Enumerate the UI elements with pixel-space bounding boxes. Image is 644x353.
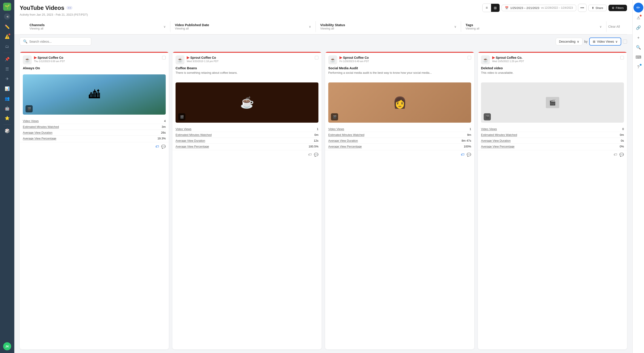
- right-link-icon[interactable]: 🔗: [634, 23, 643, 32]
- sidebar-item-compose[interactable]: ✏️: [3, 22, 12, 31]
- published-date-chevron-icon: ∨: [309, 25, 311, 28]
- channel-info-4: ▶ Sprout Coffee Co. Wed 10/5/2022 1:29 p…: [492, 55, 618, 62]
- video-desc-4: This video is unavailable.: [481, 71, 624, 79]
- right-help-icon[interactable]: ?: [634, 62, 643, 71]
- card-checkbox-2[interactable]: [315, 56, 318, 59]
- channel-date-2: Wed 3/20/2019 1:18 pm PDT: [187, 60, 312, 62]
- filter-row: Channels Viewing all ∨ Video Published D…: [20, 19, 627, 34]
- comment-icon-1[interactable]: 💬: [161, 145, 166, 149]
- card-header-2: ☕ ▶ Sprout Coffee Co Wed 3/20/2019 1:18 …: [172, 53, 322, 66]
- card-body-2: Coffee Beans There is something relaxing…: [172, 66, 322, 81]
- search-input[interactable]: [29, 40, 88, 43]
- filters-button[interactable]: ⚙ Filters: [608, 5, 627, 11]
- filter-channels-label: Channels: [30, 23, 45, 27]
- stat-minutes-watched-4: Estimated Minutes Watched 0m: [481, 132, 624, 138]
- card-stats-2: Video Views 1 Estimated Minutes Watched …: [172, 124, 322, 150]
- channel-name-2: ▶ Sprout Coffee Co: [187, 55, 312, 60]
- list-view-button[interactable]: ≡: [482, 4, 491, 12]
- channel-name-text-2: Sprout Coffee Co: [190, 56, 216, 59]
- sidebar-divider-2: [4, 124, 11, 125]
- sidebar-item-folder[interactable]: 🗂: [3, 42, 12, 51]
- channel-icon-3: ☕: [328, 55, 337, 64]
- sidebar-item-analytics[interactable]: 📊: [3, 84, 12, 93]
- card-checkbox-1[interactable]: [162, 56, 166, 59]
- sidebar-item-list[interactable]: ☰: [3, 64, 12, 73]
- filter-visibility-label: Visibility Status: [320, 23, 345, 27]
- filter-published-date[interactable]: Video Published Date Viewing all ∨: [170, 21, 316, 32]
- filter-channels[interactable]: Channels Viewing all ∨: [25, 21, 170, 32]
- sidebar-item-bot[interactable]: 🤖: [3, 104, 12, 113]
- video-views-value-4: 0: [622, 127, 624, 131]
- sidebar-divider-1: [4, 53, 11, 53]
- collapse-button[interactable]: ◀: [4, 13, 10, 20]
- user-avatar[interactable]: JK: [3, 342, 11, 350]
- minutes-watched-label-2: Estimated Minutes Watched: [176, 133, 212, 136]
- tag-icon-3[interactable]: 🏷: [461, 153, 464, 157]
- sort-order-dropdown[interactable]: Descending ∨: [556, 38, 582, 45]
- card-checkbox-4[interactable]: [620, 56, 624, 59]
- video-title-3: Social Media Audit: [328, 66, 471, 70]
- sidebar-item-send[interactable]: ✈: [3, 74, 12, 83]
- sort-row: 🔍 Descending ∨ by ⊞ Video Views ∨: [14, 35, 632, 48]
- right-add-icon[interactable]: ＋: [634, 33, 643, 42]
- right-search-icon[interactable]: 🔍: [634, 43, 643, 52]
- video-card-3: ☕ ▶ Sprout Coffee Co Fri 1/20/2023 6:49 …: [325, 52, 474, 350]
- compose-action-button[interactable]: ✏: [634, 3, 643, 12]
- app-logo[interactable]: 🌱: [3, 3, 11, 11]
- view-percentage-value-4: 0%: [620, 145, 624, 148]
- comment-icon-4[interactable]: 💬: [620, 153, 624, 157]
- tag-icon-2[interactable]: 🏷: [308, 153, 312, 157]
- channels-chevron-icon: ∨: [164, 25, 166, 28]
- logo-icon: 🌱: [4, 4, 10, 9]
- sidebar-item-grid[interactable]: 🎲: [3, 126, 12, 135]
- filter-channels-sub: Viewing all: [30, 27, 45, 30]
- comment-icon-2[interactable]: 💬: [314, 153, 318, 157]
- channel-name-text-1: Sprout Coffee Co: [38, 56, 63, 59]
- grid-view-button[interactable]: ⊞: [491, 4, 500, 12]
- clear-all-button[interactable]: Clear All: [606, 25, 622, 28]
- filter-visibility-content: Visibility Status Viewing all: [320, 23, 345, 30]
- grid-metric-icon: ⊞: [593, 40, 596, 43]
- sort-order-chevron-icon: ∨: [577, 40, 579, 43]
- tag-icon-4[interactable]: 🏷: [614, 153, 617, 157]
- stat-view-duration-1: Average View Duration 26s: [23, 130, 166, 136]
- youtube-icon-3: ▶: [340, 55, 342, 60]
- more-button[interactable]: •••: [578, 4, 586, 12]
- sidebar-item-star[interactable]: ⭐: [3, 114, 12, 123]
- stat-view-percentage-2: Average View Percentage 100.5%: [176, 144, 318, 149]
- filter-tags[interactable]: Tags Viewing all ∨: [461, 21, 606, 32]
- filter-visibility-sub: Viewing all: [320, 27, 345, 30]
- alert-badge: [8, 33, 10, 35]
- video-play-overlay-3: 🎬: [331, 113, 338, 120]
- share-button[interactable]: ⬆ Share: [588, 5, 607, 11]
- right-alerts-icon[interactable]: ⚠: [634, 13, 643, 22]
- tag-icon-1[interactable]: 🏷: [156, 145, 159, 149]
- channel-info-1: ▶ Sprout Coffee Co Thu 1/12/2023 6:00 am…: [34, 55, 160, 62]
- activity-text: Activity from Jan 25, 2023 - Feb 21, 202…: [20, 13, 627, 16]
- sidebar-item-pin[interactable]: 📌: [3, 55, 12, 64]
- filter-published-date-label: Video Published Date: [175, 23, 209, 27]
- right-keyboard-icon[interactable]: ⌨: [634, 53, 643, 62]
- card-header-1: ☕ ▶ Sprout Coffee Co Thu 1/12/2023 6:00 …: [20, 53, 169, 66]
- card-checkbox-3[interactable]: [468, 56, 471, 59]
- date-vs-text: vs 12/28/2022 – 1/24/2023: [541, 6, 573, 9]
- channel-name-1: ▶ Sprout Coffee Co: [34, 55, 160, 60]
- stat-video-views-4: Video Views 0: [481, 126, 624, 132]
- main-content: YouTube Videos • • ≡ ⊞ 📅 1/25/2023 – 2/2…: [14, 0, 632, 353]
- select-all-checkbox[interactable]: [623, 39, 627, 43]
- comment-icon-3[interactable]: 💬: [467, 153, 471, 157]
- sidebar-item-people[interactable]: 👥: [3, 94, 12, 103]
- minutes-watched-value-3: 9m: [467, 133, 471, 136]
- video-views-value-1: 4: [164, 119, 166, 123]
- sidebar-item-alerts[interactable]: ⚠️: [3, 32, 12, 41]
- sort-metric-dropdown[interactable]: ⊞ Video Views ∨: [589, 37, 621, 45]
- video-title-2: Coffee Beans: [176, 66, 318, 70]
- video-card-4: ☕ ▶ Sprout Coffee Co. Wed 10/5/2022 1:29…: [478, 52, 627, 350]
- channel-date-3: Fri 1/20/2023 6:49 am PST: [340, 60, 465, 62]
- view-percentage-label-3: Average View Percentage: [328, 145, 362, 148]
- calendar-icon: 📅: [505, 6, 508, 9]
- filter-visibility[interactable]: Visibility Status Viewing all ∨: [316, 21, 461, 32]
- stat-view-duration-4: Average View Duration 0s: [481, 138, 624, 144]
- date-range-button[interactable]: 📅 1/25/2023 – 2/21/2023 vs 12/28/2022 – …: [502, 5, 576, 11]
- video-views-label-3: Video Views: [328, 127, 344, 131]
